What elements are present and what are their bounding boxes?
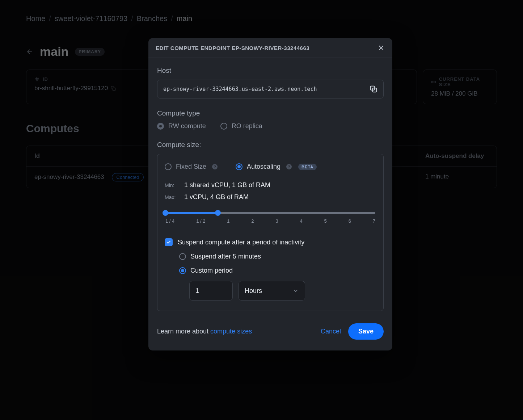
modal-body: Host ep-snowy-river-33244663.us-east-2.a… (148, 58, 392, 314)
beta-badge: BETA (298, 164, 317, 170)
slider-handle-min[interactable] (163, 210, 168, 216)
tick: 2 (251, 218, 254, 224)
host-value: ep-snowy-river-33244663.us-east-2.aws.ne… (163, 86, 317, 92)
radio-rw-label: RW compute (168, 122, 206, 130)
slider-ticks: 1 / 4 1 / 2 1 2 3 4 5 6 7 (165, 218, 375, 224)
host-field: ep-snowy-river-33244663.us-east-2.aws.ne… (157, 80, 384, 98)
period-unit-select[interactable]: Hours (239, 281, 305, 301)
custom-period-inputs: Hours (189, 281, 376, 301)
close-icon[interactable] (377, 44, 385, 52)
learn-more: Learn more about compute sizes (157, 328, 252, 335)
tick: 1 (227, 218, 229, 224)
suspend-custom-label: Custom period (190, 267, 233, 274)
size-max-row: Max: 1 vCPU, 4 GB of RAM (165, 193, 376, 201)
compute-size-box: Fixed Size ? Autoscaling ? BETA Min: 1 s… (157, 154, 384, 311)
suspend-checkbox[interactable] (165, 238, 173, 246)
radio-ro-label: RO replica (232, 122, 262, 130)
size-min-row: Min: 1 shared vCPU, 1 GB of RAM (165, 181, 376, 189)
tick: 4 (300, 218, 303, 224)
max-value: 1 vCPU, 4 GB of RAM (184, 193, 249, 201)
tick: 6 (349, 218, 351, 224)
learn-more-link[interactable]: compute sizes (210, 328, 252, 335)
save-button[interactable]: Save (348, 323, 384, 340)
tick: 7 (373, 218, 375, 224)
radio-rw-compute[interactable]: RW compute (157, 122, 206, 130)
compute-size-label: Compute size: (157, 141, 384, 149)
edit-compute-modal: EDIT COMPUTE ENDPOINT EP-SNOWY-RIVER-332… (148, 38, 392, 350)
help-icon[interactable]: ? (286, 164, 292, 169)
copy-icon[interactable] (370, 85, 378, 93)
tick: 5 (324, 218, 327, 224)
radio-suspend-custom[interactable]: Custom period (179, 267, 376, 274)
radio-fixed-label: Fixed Size (176, 163, 206, 171)
period-unit-value: Hours (245, 287, 262, 295)
size-mode-radios: Fixed Size ? Autoscaling ? BETA (165, 163, 376, 171)
suspend-5min-label: Suspend after 5 minutes (190, 253, 261, 260)
help-icon[interactable]: ? (212, 164, 218, 169)
modal-title: EDIT COMPUTE ENDPOINT EP-SNOWY-RIVER-332… (156, 45, 309, 51)
size-slider[interactable]: 1 / 4 1 / 2 1 2 3 4 5 6 7 (165, 212, 376, 224)
host-label: Host (157, 67, 384, 75)
period-value-input[interactable] (189, 281, 233, 301)
modal-footer: Learn more about compute sizes Cancel Sa… (148, 314, 392, 350)
suspend-checkbox-row: Suspend compute after a period of inacti… (165, 238, 376, 246)
chevron-down-icon (292, 287, 299, 294)
radio-fixed-size[interactable]: Fixed Size ? (165, 163, 218, 171)
max-label: Max: (165, 193, 178, 201)
radio-ro-replica[interactable]: RO replica (220, 122, 262, 130)
suspend-label: Suspend compute after a period of inacti… (178, 239, 304, 246)
cancel-button[interactable]: Cancel (321, 328, 341, 335)
compute-type-label: Compute type (157, 109, 384, 117)
tick: 1 / 4 (165, 218, 174, 224)
modal-header: EDIT COMPUTE ENDPOINT EP-SNOWY-RIVER-332… (148, 38, 392, 58)
radio-autoscaling[interactable]: Autoscaling ? BETA (236, 163, 317, 171)
tick: 1 / 2 (196, 218, 205, 224)
compute-type-radios: RW compute RO replica (157, 122, 384, 130)
min-value: 1 shared vCPU, 1 GB of RAM (184, 181, 270, 189)
tick: 3 (275, 218, 278, 224)
learn-more-prefix: Learn more about (157, 328, 210, 335)
radio-suspend-5min[interactable]: Suspend after 5 minutes (179, 253, 376, 260)
slider-handle-max[interactable] (215, 210, 221, 216)
radio-autoscaling-label: Autoscaling (247, 163, 281, 171)
min-label: Min: (165, 181, 178, 189)
suspend-options: Suspend after 5 minutes Custom period (179, 253, 376, 274)
